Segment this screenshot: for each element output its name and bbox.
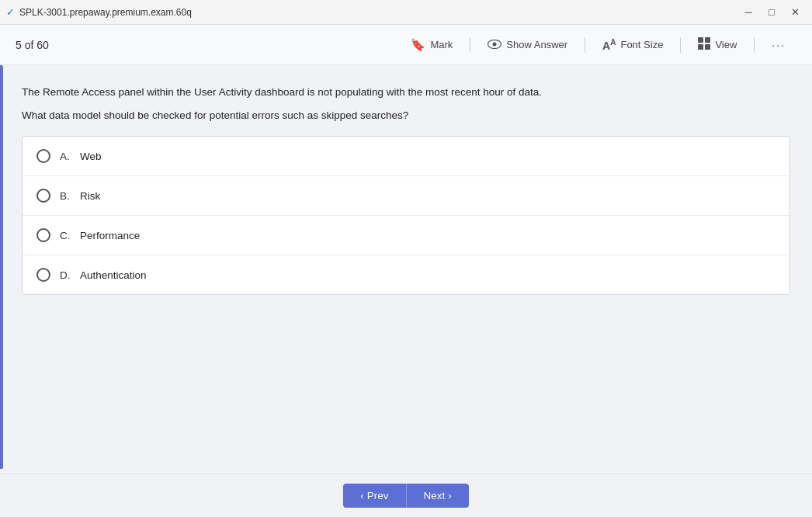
option-b[interactable]: B. Risk (23, 176, 789, 216)
svg-rect-2 (698, 37, 703, 43)
prev-icon: ‹ (360, 490, 364, 501)
question-sub: What data model should be checked for po… (22, 107, 790, 124)
option-a[interactable]: A. Web (23, 137, 789, 176)
close-button[interactable]: ✕ (784, 4, 806, 21)
radio-a (36, 149, 50, 163)
more-icon: ··· (772, 39, 786, 51)
option-d-label: Authentication (80, 269, 147, 281)
toolbar-left: 5 of 60 (16, 39, 400, 51)
title-bar-controls: ─ □ ✕ (737, 4, 806, 21)
divider-2 (585, 37, 585, 53)
divider-1 (470, 37, 470, 53)
radio-c (36, 228, 50, 242)
mark-button[interactable]: 🔖 Mark (400, 33, 463, 57)
main-content: The Remote Access panel within the User … (0, 65, 812, 474)
question-counter: 5 of 60 (16, 39, 49, 51)
divider-4 (754, 37, 755, 53)
minimize-button[interactable]: ─ (737, 4, 759, 21)
maximize-button[interactable]: □ (761, 4, 783, 21)
option-a-letter: A. (60, 151, 71, 162)
bookmark-icon: 🔖 (411, 38, 425, 52)
svg-rect-3 (705, 37, 710, 43)
options-container: A. Web B. Risk C. Performance D. Authent… (22, 136, 790, 295)
divider-3 (680, 37, 681, 53)
option-c-label: Performance (80, 230, 140, 241)
prev-button[interactable]: ‹ Prev (343, 484, 406, 508)
prev-label: Prev (367, 490, 389, 501)
svg-rect-4 (698, 44, 703, 50)
window-title: SPLK-3001.prepaway.premium.exam.60q (19, 7, 192, 18)
next-button[interactable]: Next › (407, 484, 469, 508)
view-button[interactable]: View (687, 33, 748, 57)
radio-b (36, 189, 50, 203)
title-bar-left: ✓ SPLK-3001.prepaway.premium.exam.60q (6, 6, 192, 18)
option-b-label: Risk (80, 190, 100, 202)
view-label: View (715, 39, 737, 50)
svg-point-1 (493, 43, 497, 47)
sidebar-accent (0, 65, 3, 469)
next-icon: › (448, 490, 452, 501)
question-text: The Remote Access panel within the User … (22, 84, 790, 101)
font-size-label: Font Size (620, 39, 663, 50)
svg-rect-5 (705, 44, 710, 50)
check-icon: ✓ (6, 6, 15, 18)
toolbar: 5 of 60 🔖 Mark Show Answer AA Font Size (0, 25, 812, 65)
title-bar: ✓ SPLK-3001.prepaway.premium.exam.60q ─ … (0, 0, 812, 25)
toolbar-actions: 🔖 Mark Show Answer AA Font Size (400, 33, 796, 57)
font-size-button[interactable]: AA Font Size (592, 33, 674, 57)
radio-d (36, 268, 50, 282)
option-c-letter: C. (60, 230, 71, 241)
more-button[interactable]: ··· (761, 34, 796, 56)
option-a-label: Web (80, 151, 102, 162)
option-c[interactable]: C. Performance (23, 216, 789, 255)
option-d[interactable]: D. Authentication (23, 255, 789, 294)
font-size-icon: AA (602, 38, 616, 52)
option-d-letter: D. (60, 269, 71, 281)
bottom-nav: ‹ Prev Next › (0, 474, 812, 517)
show-answer-button[interactable]: Show Answer (477, 33, 578, 56)
eye-icon (488, 38, 501, 51)
next-label: Next (424, 490, 446, 501)
view-icon (698, 37, 710, 52)
option-b-letter: B. (60, 190, 71, 202)
show-answer-label: Show Answer (506, 39, 567, 50)
mark-label: Mark (430, 39, 453, 50)
